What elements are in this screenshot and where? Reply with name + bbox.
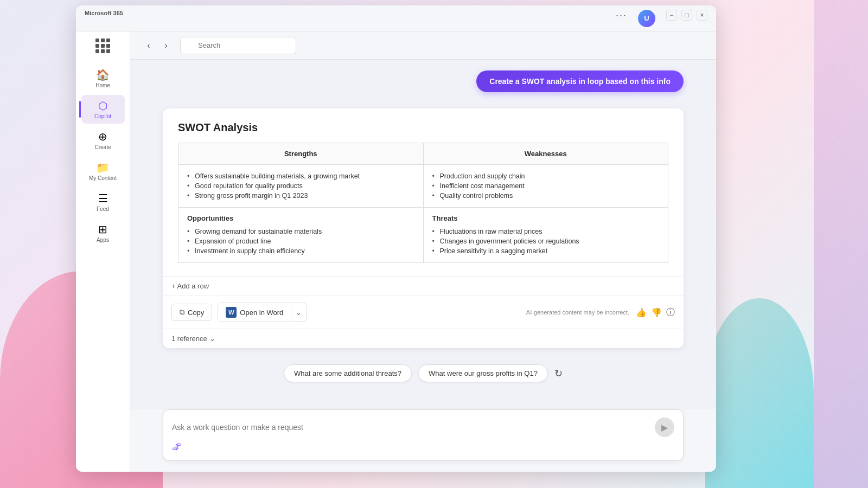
- sidebar-item-my-content-label: My Content: [89, 175, 117, 181]
- attach-button[interactable]: 🖇: [172, 441, 182, 453]
- list-item: Good reputation for quality products: [187, 181, 414, 191]
- weaknesses-header: Weaknesses: [423, 143, 668, 165]
- swot-table: Strengths Weaknesses Offers sustainable …: [178, 143, 668, 263]
- sidebar-item-copilot[interactable]: ⬡ Copilot: [81, 95, 125, 124]
- input-row: ▶: [172, 418, 674, 437]
- strengths-cell: Offers sustainable building materials, a…: [178, 165, 424, 208]
- feed-icon: ☰: [98, 192, 108, 205]
- sidebar-item-create[interactable]: ⊕ Create: [81, 126, 125, 155]
- open-in-word-button[interactable]: W Open in Word: [218, 303, 291, 322]
- sidebar-item-my-content[interactable]: 📁 My Content: [81, 157, 125, 185]
- chat-input-area: ▶ 🖇: [163, 409, 684, 461]
- create-swot-button[interactable]: Create a SWOT analysis in loop based on …: [476, 70, 684, 92]
- swot-card: SWOT Analysis Strengths Weaknesses: [163, 108, 684, 348]
- app-layout: 🏠 Home ⬡ Copilot ⊕ Create 📁 My Content ☰…: [76, 31, 716, 472]
- copy-icon: ⧉: [180, 308, 184, 317]
- sidebar-item-apps[interactable]: ⊞ Apps: [81, 219, 125, 247]
- sidebar-item-feed[interactable]: ☰ Feed: [81, 188, 125, 216]
- opportunities-list: Growing demand for sustainable materials…: [187, 227, 414, 256]
- suggestion-chip-1[interactable]: What are some additional threats?: [284, 364, 412, 382]
- open-in-word-label: Open in Word: [240, 309, 283, 317]
- bg-decoration-purple: [814, 0, 868, 488]
- home-icon: 🏠: [96, 68, 110, 81]
- create-icon: ⊕: [98, 130, 107, 143]
- minimize-button[interactable]: −: [666, 10, 677, 21]
- bg-decoration-teal: [705, 298, 814, 488]
- suggestion-chip-2[interactable]: What were our gross profits in Q1?: [418, 364, 548, 382]
- maximize-button[interactable]: □: [681, 10, 692, 21]
- input-tools: 🖇: [172, 441, 674, 453]
- copilot-icon: ⬡: [98, 99, 107, 112]
- list-item: Growing demand for sustainable materials: [187, 227, 414, 236]
- send-button[interactable]: ▶: [655, 418, 674, 437]
- close-button[interactable]: ×: [697, 10, 707, 21]
- reference-label: 1 reference: [171, 335, 207, 343]
- sidebar-item-copilot-label: Copilot: [94, 113, 111, 119]
- threats-cell: Threats Fluctuations in raw material pri…: [423, 208, 668, 263]
- copy-button-label: Copy: [188, 309, 204, 317]
- word-dropdown-button[interactable]: ⌄: [291, 305, 306, 320]
- sidebar-item-create-label: Create: [94, 144, 111, 150]
- sidebar-item-home-label: Home: [95, 82, 110, 88]
- weaknesses-cell: Production and supply chain Inefficient …: [423, 165, 668, 208]
- sidebar-item-feed-label: Feed: [97, 206, 109, 212]
- search-input[interactable]: [180, 37, 296, 54]
- strengths-list: Offers sustainable building materials, a…: [187, 171, 414, 201]
- attach-icon: 🖇: [172, 441, 182, 452]
- apps-grid-icon: [95, 38, 110, 53]
- sidebar-apps-button[interactable]: [93, 36, 113, 55]
- word-icon: W: [226, 307, 237, 318]
- opportunities-cell: Opportunities Growing demand for sustain…: [178, 208, 424, 263]
- open-in-word-wrapper: W Open in Word ⌄: [218, 303, 307, 322]
- copilot-chat-area: Create a SWOT analysis in loop based on …: [130, 60, 716, 409]
- reference-row: 1 reference ⌄: [163, 329, 684, 348]
- action-right: AI-generated content may be incorrect. 👍…: [526, 307, 675, 318]
- add-row-row: + Add a row: [163, 276, 684, 296]
- suggestion-row: What are some additional threats? What w…: [163, 359, 684, 388]
- list-item: Expansion of product line: [187, 236, 414, 246]
- list-item: Price sensitivity in a sagging market: [432, 246, 660, 256]
- swot-button-row: Create a SWOT analysis in loop based on …: [163, 70, 684, 92]
- list-item: Production and supply chain: [432, 171, 660, 181]
- reference-button[interactable]: 1 reference ⌄: [171, 335, 215, 343]
- sidebar: 🏠 Home ⬡ Copilot ⊕ Create 📁 My Content ☰…: [76, 31, 130, 472]
- threats-header: Threats: [432, 214, 660, 222]
- nav-arrows: ‹ ›: [141, 38, 174, 53]
- chevron-down-icon: ⌄: [296, 309, 302, 317]
- list-item: Offers sustainable building materials, a…: [187, 171, 414, 181]
- action-bar: ⧉ Copy W Open in Word ⌄: [163, 296, 684, 329]
- sidebar-item-home[interactable]: 🏠 Home: [81, 64, 125, 93]
- app-title: Microsoft 365: [85, 10, 123, 16]
- feedback-icons: 👍 👎 ⓘ: [636, 307, 675, 318]
- list-item: Fluctuations in raw material prices: [432, 227, 660, 236]
- swot-title: SWOT Analysis: [178, 121, 668, 134]
- back-button[interactable]: ‹: [141, 38, 156, 53]
- app-window: Microsoft 365 ··· U − □ × 🏠 Home: [76, 5, 716, 472]
- info-button[interactable]: ⓘ: [666, 307, 675, 318]
- refresh-suggestions-button[interactable]: ↻: [554, 368, 563, 380]
- list-item: Changes in government policies or regula…: [432, 236, 660, 246]
- titlebar: Microsoft 365 ··· U − □ ×: [76, 5, 716, 31]
- thumbs-up-button[interactable]: 👍: [636, 307, 647, 318]
- weaknesses-list: Production and supply chain Inefficient …: [432, 171, 660, 201]
- main-content: ‹ › 🔍 Create a SWOT analysis in loop bas…: [130, 31, 716, 472]
- copy-button[interactable]: ⧉ Copy: [171, 304, 212, 321]
- send-icon: ▶: [661, 422, 668, 433]
- ai-disclaimer: AI-generated content may be incorrect.: [526, 309, 629, 316]
- reference-chevron-icon: ⌄: [209, 335, 215, 343]
- topbar: ‹ › 🔍: [130, 31, 716, 60]
- chat-input[interactable]: [172, 423, 655, 432]
- my-content-icon: 📁: [96, 161, 110, 174]
- action-buttons-left: ⧉ Copy W Open in Word ⌄: [171, 303, 307, 322]
- window-controls: ··· U − □ ×: [616, 10, 707, 27]
- swot-card-inner: SWOT Analysis Strengths Weaknesses: [163, 108, 684, 276]
- avatar[interactable]: U: [638, 10, 655, 27]
- add-row-button[interactable]: + Add a row: [171, 282, 209, 290]
- list-item: Strong gross profit margin in Q1 2023: [187, 191, 414, 201]
- list-item: Inefficient cost management: [432, 181, 660, 191]
- sidebar-item-apps-label: Apps: [97, 237, 109, 243]
- search-wrapper: 🔍: [180, 37, 397, 54]
- more-options-icon[interactable]: ···: [616, 10, 627, 27]
- forward-button[interactable]: ›: [158, 38, 174, 53]
- thumbs-down-button[interactable]: 👎: [651, 307, 662, 318]
